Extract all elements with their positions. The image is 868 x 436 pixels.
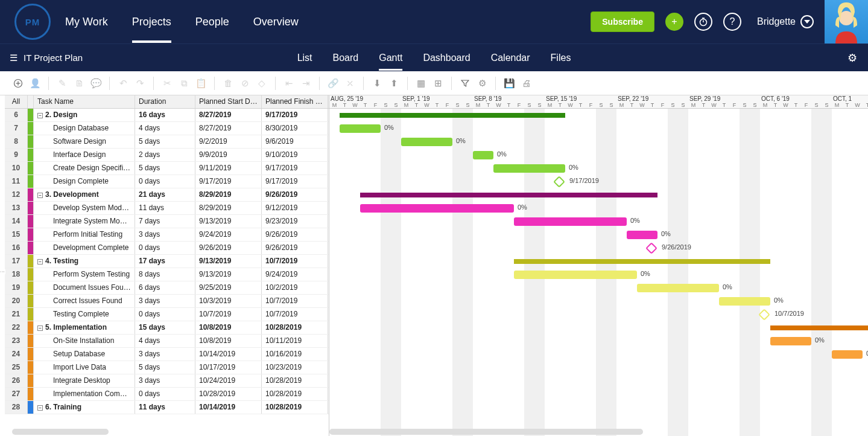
tab-list[interactable]: List [297, 45, 312, 71]
grid-icon[interactable]: ▦ [415, 77, 427, 89]
col-header-start[interactable]: Planned Start Date [195, 95, 262, 108]
help-icon[interactable]: ? [723, 13, 741, 31]
start-cell[interactable]: 9/13/2019 [195, 215, 262, 228]
duration-cell[interactable]: 5 days [135, 361, 195, 374]
col-header-name[interactable]: Task Name [34, 95, 135, 108]
start-cell[interactable]: 9/13/2019 [195, 255, 262, 268]
task-name-cell[interactable]: Design Database [34, 122, 135, 135]
start-cell[interactable]: 10/14/2019 [195, 401, 262, 414]
task-bar[interactable] [401, 138, 452, 146]
nav-link-projects[interactable]: Projects [132, 1, 171, 43]
start-cell[interactable]: 10/28/2019 [195, 388, 262, 400]
task-name-cell[interactable]: Develop System Modules [34, 202, 135, 214]
milestone-icon[interactable] [553, 176, 565, 188]
task-row[interactable]: 26Integrate Desktop3 days10/24/201910/28… [5, 374, 329, 388]
avatar[interactable] [825, 0, 868, 43]
task-row[interactable]: 16Development Complete0 days9/26/20199/2… [5, 242, 329, 255]
task-row[interactable]: 17−4. Testing17 days9/13/201910/7/2019 [5, 255, 329, 268]
user-menu[interactable]: Bridgette [757, 15, 814, 28]
milestone-icon[interactable] [758, 309, 770, 321]
finish-cell[interactable]: 10/28/2019 [262, 374, 328, 387]
task-row[interactable]: 10Create Design Specifications5 days9/11… [5, 162, 329, 175]
start-cell[interactable]: 8/27/2019 [195, 109, 262, 121]
nav-link-overview[interactable]: Overview [253, 1, 299, 43]
task-bar[interactable] [340, 124, 381, 133]
task-bar[interactable] [770, 337, 811, 345]
duration-cell[interactable]: 11 days [135, 401, 195, 414]
duration-cell[interactable]: 5 days [135, 162, 195, 175]
task-bar[interactable] [493, 164, 565, 173]
subscribe-button[interactable]: Subscribe [591, 11, 654, 32]
start-cell[interactable]: 9/17/2019 [195, 175, 262, 188]
finish-cell[interactable]: 10/2/2019 [262, 281, 328, 294]
tab-gantt[interactable]: Gantt [379, 45, 402, 71]
print-icon[interactable]: 🖨 [520, 77, 532, 89]
duration-cell[interactable]: 8 days [135, 268, 195, 281]
task-row[interactable]: 21Testing Complete0 days10/7/201910/7/20… [5, 308, 329, 321]
finish-cell[interactable]: 8/30/2019 [262, 122, 328, 135]
finish-cell[interactable]: 10/7/2019 [262, 308, 328, 321]
start-cell[interactable]: 8/29/2019 [195, 188, 262, 201]
start-cell[interactable]: 9/24/2019 [195, 228, 262, 241]
task-name-cell[interactable]: Correct Issues Found [34, 295, 135, 307]
edit-icon[interactable]: ✎ [56, 77, 68, 89]
unlink-icon[interactable]: ⤫ [344, 77, 356, 89]
redo-icon[interactable]: ↷ [134, 77, 146, 89]
outdent-icon[interactable]: ⇤ [283, 77, 295, 89]
task-row[interactable]: 24Setup Database3 days10/14/201910/16/20… [5, 348, 329, 361]
pane-splitter[interactable]: ⋮ [0, 269, 5, 274]
gantt-scrollbar[interactable] [329, 429, 643, 435]
delete-icon[interactable]: 🗑 [222, 77, 234, 89]
duration-cell[interactable]: 3 days [135, 374, 195, 387]
duration-cell[interactable]: 4 days [135, 122, 195, 135]
task-name-cell[interactable]: Software Design [34, 135, 135, 148]
start-cell[interactable]: 10/17/2019 [195, 361, 262, 374]
tag-icon[interactable]: ◇ [256, 77, 268, 89]
finish-cell[interactable]: 10/7/2019 [262, 255, 328, 268]
start-cell[interactable]: 9/11/2019 [195, 162, 262, 175]
finish-cell[interactable]: 10/11/2019 [262, 335, 328, 347]
finish-cell[interactable]: 9/23/2019 [262, 215, 328, 228]
finish-cell[interactable]: 9/17/2019 [262, 162, 328, 175]
duration-cell[interactable]: 3 days [135, 295, 195, 307]
finish-cell[interactable]: 9/26/2019 [262, 242, 328, 254]
task-name-cell[interactable]: Import Live Data [34, 361, 135, 374]
cut-icon[interactable]: ✂ [161, 77, 173, 89]
task-row[interactable]: 8Software Design5 days9/2/20199/6/2019 [5, 135, 329, 149]
duration-cell[interactable]: 3 days [135, 348, 195, 361]
start-cell[interactable]: 9/26/2019 [195, 242, 262, 254]
start-cell[interactable]: 8/27/2019 [195, 122, 262, 135]
task-name-cell[interactable]: Create Design Specifications [34, 162, 135, 175]
duration-cell[interactable]: 11 days [135, 202, 195, 214]
task-row[interactable]: 23On-Site Installation4 days10/8/201910/… [5, 335, 329, 348]
summary-bar[interactable] [514, 259, 770, 264]
paste-icon[interactable]: 📋 [195, 77, 207, 89]
task-row[interactable]: 13Develop System Modules11 days8/29/2019… [5, 202, 329, 215]
duration-cell[interactable]: 0 days [135, 175, 195, 188]
summary-bar[interactable] [360, 193, 657, 197]
finish-cell[interactable]: 10/28/2019 [262, 401, 328, 414]
summary-bar[interactable] [770, 325, 868, 330]
collapse-icon[interactable]: − [37, 193, 43, 198]
duration-cell[interactable]: 0 days [135, 308, 195, 321]
undo-icon[interactable]: ↶ [117, 77, 129, 89]
finish-cell[interactable]: 9/17/2019 [262, 109, 328, 121]
tab-calendar[interactable]: Calendar [491, 45, 530, 71]
finish-cell[interactable]: 9/6/2019 [262, 135, 328, 148]
task-row[interactable]: 20Correct Issues Found3 days10/3/201910/… [5, 295, 329, 308]
milestone-icon[interactable] [645, 242, 657, 254]
col-header-id[interactable]: All [5, 95, 28, 108]
duration-cell[interactable]: 15 days [135, 321, 195, 334]
assign-icon[interactable]: 👤 [29, 77, 41, 89]
start-cell[interactable]: 8/29/2019 [195, 202, 262, 214]
task-name-cell[interactable]: −4. Testing [34, 255, 135, 268]
task-name-cell[interactable]: Integrate Desktop [34, 374, 135, 387]
add-icon[interactable]: + [665, 13, 683, 31]
save-icon[interactable]: 💾 [503, 77, 515, 89]
task-bar[interactable] [719, 297, 770, 306]
logo[interactable]: PM [14, 4, 51, 40]
finish-cell[interactable]: 10/16/2019 [262, 348, 328, 361]
finish-cell[interactable]: 10/23/2019 [262, 361, 328, 374]
duration-cell[interactable]: 4 days [135, 335, 195, 347]
nav-link-my-work[interactable]: My Work [65, 1, 108, 43]
